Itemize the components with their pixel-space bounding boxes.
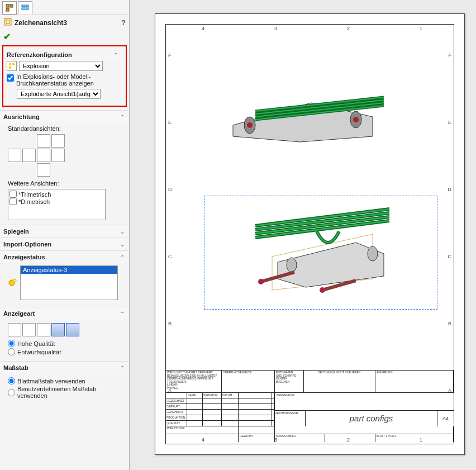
drawing-sheet: 4 3 2 1 4 3 2 1 F E D C B A F E D C B A (155, 13, 465, 455)
chevron-up-icon[interactable]: ⌃ (113, 52, 118, 58)
svg-rect-7 (9, 63, 11, 65)
draft-quality-radio[interactable] (8, 348, 15, 355)
assembly-collapsed (216, 86, 395, 148)
svg-rect-0 (6, 4, 9, 7)
section-refconfig-title: Referenzkonfiguration (7, 51, 72, 58)
chevron-down-icon: ⌄ (120, 229, 125, 235)
svg-point-19 (320, 287, 325, 293)
svg-rect-1 (10, 4, 13, 7)
view-right[interactable] (37, 149, 50, 162)
style-shaded[interactable] (66, 323, 79, 336)
panel-title: Zeichenansicht3 (15, 19, 67, 27)
svg-point-18 (258, 279, 264, 284)
section-dispstate-header[interactable]: Anzeigestatus ⌃ (0, 251, 129, 263)
title-block: WENN NICHT ANDERS DEFINIERT: BEMASSUNGEN… (166, 370, 454, 444)
assembly-exploded (216, 201, 401, 301)
svg-rect-9 (9, 67, 11, 69)
svg-rect-3 (22, 5, 28, 7)
svg-point-11 (13, 279, 16, 282)
svg-point-17 (368, 246, 378, 261)
high-quality-radio[interactable] (8, 340, 15, 347)
svg-rect-2 (6, 8, 9, 11)
trimetric-check[interactable] (9, 191, 17, 198)
tab-feature-manager[interactable] (2, 1, 17, 15)
panel-header: Zeichenansicht3 ? (0, 15, 129, 30)
display-state-item[interactable]: Anzeigestatus-3 (21, 266, 117, 274)
view-iso[interactable] (51, 134, 65, 148)
svg-rect-4 (22, 8, 28, 10)
svg-point-16 (287, 258, 297, 272)
view-top[interactable] (37, 134, 50, 148)
highlight-box: Referenzkonfiguration ⌃ Explosion In Exp… (2, 45, 127, 107)
help-icon[interactable]: ? (121, 18, 126, 27)
chevron-up-icon: ⌃ (120, 254, 125, 260)
section-scale-header[interactable]: Maßstab ⌃ (0, 362, 129, 374)
svg-rect-8 (12, 63, 15, 65)
style-wireframe[interactable] (8, 323, 21, 336)
panel-tabs (0, 0, 129, 15)
chevron-up-icon: ⌃ (120, 365, 125, 371)
ball-icon (8, 277, 18, 288)
dimetric-check[interactable] (9, 198, 17, 205)
section-orientation-header[interactable]: Ausrichtung ⌃ (0, 111, 129, 123)
exploded-checkbox-label: In Explosions- oder Modell-Bruchkantenst… (16, 73, 122, 87)
view-back[interactable] (51, 149, 65, 162)
section-import-header[interactable]: Import-Optionen ⌄ (0, 238, 129, 250)
section-mirror-header[interactable]: Spiegeln ⌄ (0, 225, 129, 238)
sheet-border: 4 3 2 1 4 3 2 1 F E D C B A F E D C B A (165, 24, 454, 444)
exploded-checkbox[interactable] (7, 74, 14, 82)
svg-rect-6 (6, 20, 9, 23)
svg-point-13 (247, 122, 253, 128)
config-select[interactable]: Explosion (19, 61, 103, 71)
exploded-view-select[interactable]: Explodierte Ansicht1(aufg (17, 89, 101, 99)
user-scale-radio[interactable] (8, 389, 15, 396)
chevron-up-icon: ⌃ (120, 114, 125, 120)
chevron-down-icon: ⌄ (120, 241, 125, 248)
style-hidden-removed[interactable] (37, 323, 50, 336)
chevron-up-icon: ⌃ (120, 311, 125, 317)
display-state-list[interactable]: Anzeigestatus-3 (20, 265, 118, 300)
view-front[interactable] (22, 149, 36, 162)
svg-point-15 (353, 117, 359, 122)
property-panel: Zeichenansicht3 ? ✔ Referenzkonfiguratio… (0, 0, 130, 470)
drawing-canvas[interactable]: 4 3 2 1 4 3 2 1 F E D C B A F E D C B A (130, 0, 476, 470)
style-hidden-visible[interactable] (22, 323, 36, 336)
more-views-list[interactable]: *Trimetrisch *Dimetrisch (8, 189, 106, 220)
tab-property-manager[interactable] (18, 1, 32, 15)
style-shaded-edges[interactable] (51, 323, 65, 336)
std-views-label: Standardansichten: (8, 125, 125, 132)
more-views-label: Weitere Ansichten: (8, 180, 125, 187)
view-left[interactable] (8, 149, 21, 162)
standard-views-grid (8, 134, 125, 177)
config-icon (7, 61, 17, 71)
drawing-name: part configs (306, 411, 437, 427)
section-dispstyle-header[interactable]: Anzeigeart ⌃ (0, 307, 129, 320)
view-icon (3, 17, 12, 28)
sheet-scale-radio[interactable] (8, 377, 15, 384)
view-bottom[interactable] (37, 163, 50, 177)
confirm-icon[interactable]: ✔ (3, 32, 11, 41)
